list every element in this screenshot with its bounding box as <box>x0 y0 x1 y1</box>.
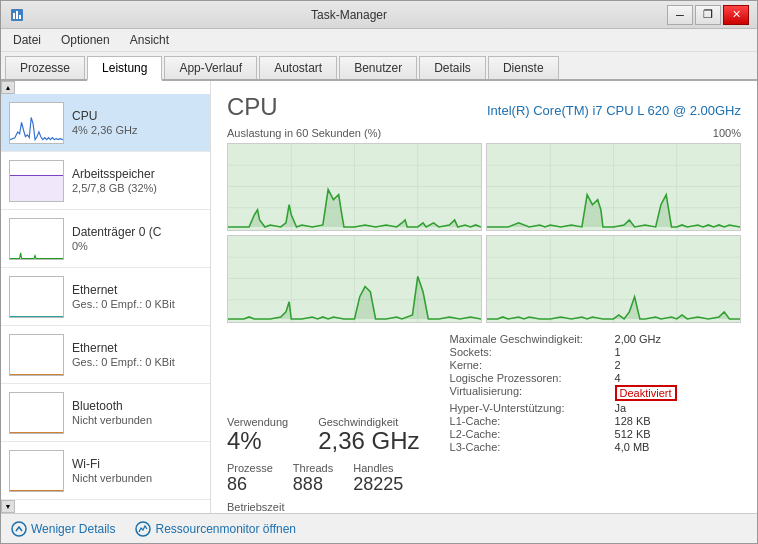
disk-sidebar-sub: 0% <box>72 240 202 252</box>
ethernet1-sidebar-sub: Ges.: 0 Empf.: 0 KBit <box>72 298 202 310</box>
ethernet1-mini-chart <box>9 276 64 318</box>
info-row: L1-Cache:128 KB <box>450 415 741 427</box>
threads-value: 888 <box>293 474 333 495</box>
info-row: L2-Cache:512 KB <box>450 428 741 440</box>
threads-stat: Threads 888 <box>293 462 333 495</box>
svg-rect-2 <box>16 11 18 19</box>
chart-max: 100% <box>713 127 741 139</box>
info-row: Kerne:2 <box>450 359 741 371</box>
sidebar-item-wifi[interactable]: Wi-Fi Nicht verbunden <box>1 442 210 500</box>
cpu-sidebar-info: CPU 4% 2,36 GHz <box>72 109 202 136</box>
info-row: L3-Cache:4,0 MB <box>450 441 741 453</box>
window-title: Task-Manager <box>31 8 667 22</box>
sidebar-scroll-up[interactable]: ▲ <box>1 81 15 94</box>
cpu-sidebar-sub: 4% 2,36 GHz <box>72 124 202 136</box>
sidebar-item-bluetooth[interactable]: Bluetooth Nicht verbunden <box>1 384 210 442</box>
menu-optionen[interactable]: Optionen <box>53 31 118 49</box>
memory-mini-chart <box>9 160 64 202</box>
disk-sidebar-label: Datenträger 0 (C <box>72 225 202 239</box>
info-key: L3-Cache: <box>450 441 615 453</box>
sidebar: ▲ CPU 4% 2,36 GHz <box>1 81 211 513</box>
chevron-up-icon <box>11 521 27 537</box>
info-key: Sockets: <box>450 346 615 358</box>
geschwindigkeit-stat: Geschwindigkeit 2,36 GHz <box>318 416 419 454</box>
info-value: 512 KB <box>615 428 651 440</box>
sidebar-item-memory[interactable]: Arbeitsspeicher 2,5/7,8 GB (32%) <box>1 152 210 210</box>
menu-bar: Datei Optionen Ansicht <box>1 29 757 52</box>
verwendung-value: 4% <box>227 428 288 454</box>
minimize-button[interactable]: ─ <box>667 5 693 25</box>
ressourcenmonitor-link[interactable]: Ressourcenmonitor öffnen <box>135 521 296 537</box>
cpu-core1-chart <box>227 143 482 231</box>
prozesse-value: 86 <box>227 474 273 495</box>
ethernet2-sidebar-info: Ethernet Ges.: 0 Empf.: 0 KBit <box>72 341 202 368</box>
info-row: Logische Prozessoren:4 <box>450 372 741 384</box>
info-key: Maximale Geschwindigkeit: <box>450 333 615 345</box>
sidebar-item-ethernet1[interactable]: Ethernet Ges.: 0 Empf.: 0 KBit <box>1 268 210 326</box>
bluetooth-sidebar-label: Bluetooth <box>72 399 202 413</box>
window-controls: ─ ❐ ✕ <box>667 5 749 25</box>
info-value: 4 <box>615 372 621 384</box>
svg-rect-1 <box>13 13 15 19</box>
close-button[interactable]: ✕ <box>723 5 749 25</box>
weniger-details-link[interactable]: Weniger Details <box>11 521 115 537</box>
info-key: L1-Cache: <box>450 415 615 427</box>
handles-label: Handles <box>353 462 403 474</box>
svg-rect-10 <box>10 393 63 433</box>
tab-app-verlauf[interactable]: App-Verlauf <box>164 56 257 79</box>
sidebar-item-cpu[interactable]: CPU 4% 2,36 GHz <box>1 94 210 152</box>
cpu-chart-section: Auslastung in 60 Sekunden (%) 100% <box>227 127 741 323</box>
disk-mini-chart <box>9 218 64 260</box>
tab-dienste[interactable]: Dienste <box>488 56 559 79</box>
monitor-icon <box>135 521 151 537</box>
verwendung-stat: Verwendung 4% <box>227 416 288 454</box>
svg-rect-3 <box>19 15 21 19</box>
info-value: Ja <box>615 402 627 414</box>
weniger-details-text: Weniger Details <box>31 522 115 536</box>
restore-button[interactable]: ❐ <box>695 5 721 25</box>
wifi-mini-chart <box>9 450 64 492</box>
menu-ansicht[interactable]: Ansicht <box>122 31 177 49</box>
sidebar-item-ethernet2[interactable]: Ethernet Ges.: 0 Empf.: 0 KBit <box>1 326 210 384</box>
stats-row2: Prozesse 86 Threads 888 Handles 28225 <box>227 462 741 495</box>
info-key: Logische Prozessoren: <box>450 372 615 384</box>
info-row: Hyper-V-Unterstützung:Ja <box>450 402 741 414</box>
tab-autostart[interactable]: Autostart <box>259 56 337 79</box>
svg-rect-8 <box>10 277 63 317</box>
cpu-core3-chart <box>227 235 482 323</box>
sidebar-item-disk[interactable]: Datenträger 0 (C 0% <box>1 210 210 268</box>
cpu-header: CPU Intel(R) Core(TM) i7 CPU L 620 @ 2.0… <box>227 93 741 121</box>
cpu-sidebar-label: CPU <box>72 109 202 123</box>
ethernet1-sidebar-info: Ethernet Ges.: 0 Empf.: 0 KBit <box>72 283 202 310</box>
chart-label: Auslastung in 60 Sekunden (%) <box>227 127 381 139</box>
disk-sidebar-info: Datenträger 0 (C 0% <box>72 225 202 252</box>
wifi-sidebar-label: Wi-Fi <box>72 457 202 471</box>
ethernet2-mini-chart <box>9 334 64 376</box>
tab-details[interactable]: Details <box>419 56 486 79</box>
svg-rect-7 <box>10 219 63 259</box>
cpu-model-text: Intel(R) Core(TM) i7 CPU L 620 @ 2.00GHz <box>487 103 741 118</box>
info-row: Maximale Geschwindigkeit:2,00 GHz <box>450 333 741 345</box>
info-key: Hyper-V-Unterstützung: <box>450 402 615 414</box>
tab-leistung[interactable]: Leistung <box>87 56 162 81</box>
prozesse-label: Prozesse <box>227 462 273 474</box>
svg-rect-9 <box>10 335 63 375</box>
info-key: L2-Cache: <box>450 428 615 440</box>
bluetooth-sidebar-sub: Nicht verbunden <box>72 414 202 426</box>
info-value: 2 <box>615 359 621 371</box>
wifi-sidebar-sub: Nicht verbunden <box>72 472 202 484</box>
bluetooth-sidebar-info: Bluetooth Nicht verbunden <box>72 399 202 426</box>
info-value: 1 <box>615 346 621 358</box>
menu-datei[interactable]: Datei <box>5 31 49 49</box>
geschwindigkeit-label: Geschwindigkeit <box>318 416 419 428</box>
sidebar-scroll-down[interactable]: ▼ <box>1 500 15 513</box>
handles-stat: Handles 28225 <box>353 462 403 495</box>
cpu-panel-title: CPU <box>227 93 278 121</box>
bluetooth-mini-chart <box>9 392 64 434</box>
tab-benutzer[interactable]: Benutzer <box>339 56 417 79</box>
info-table: Maximale Geschwindigkeit:2,00 GHzSockets… <box>450 333 741 454</box>
bottom-bar: Weniger Details Ressourcenmonitor öffnen <box>1 513 757 543</box>
right-info-panel: Maximale Geschwindigkeit:2,00 GHzSockets… <box>450 333 741 454</box>
tab-prozesse[interactable]: Prozesse <box>5 56 85 79</box>
info-value: 2,00 GHz <box>615 333 661 345</box>
